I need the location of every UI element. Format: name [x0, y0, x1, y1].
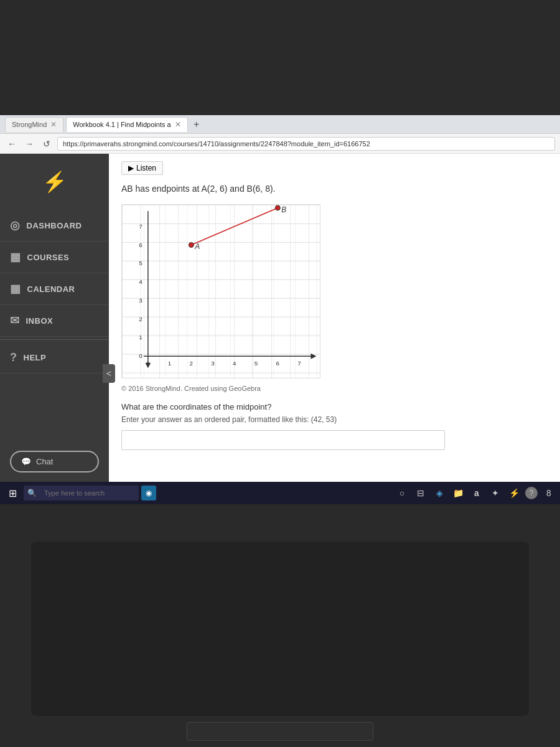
tab-workbook[interactable]: Workbook 4.1 | Find Midpoints a ✕ — [66, 117, 187, 132]
taskbar-edge-icon[interactable]: ◈ — [432, 486, 447, 500]
search-icon: 🔍 — [27, 489, 37, 497]
taskbar-help-circle-icon[interactable]: ? — [525, 487, 538, 499]
chat-button[interactable]: 💬 Chat — [10, 451, 99, 472]
collapse-sidebar-button[interactable]: < — [103, 364, 115, 383]
forward-button[interactable]: → — [22, 137, 36, 151]
refresh-button[interactable]: ↺ — [40, 137, 54, 151]
sidebar-item-label-calendar: CALENDAR — [27, 284, 75, 294]
taskbar-search-input[interactable] — [39, 486, 139, 500]
laptop-keyboard — [31, 542, 529, 716]
svg-text:A: A — [194, 242, 200, 251]
courses-icon: ▦ — [10, 250, 21, 264]
dashboard-icon: ◎ — [10, 218, 21, 232]
browser-window: StrongMind ✕ Workbook 4.1 | Find Midpoin… — [0, 115, 560, 501]
laptop-bezel-top — [0, 0, 560, 115]
main-layout: ⚡ ◎ DASHBOARD ▦ COURSES ▦ CALENDAR ✉ INB… — [0, 154, 560, 489]
sidebar-item-label-dashboard: DASHBOARD — [27, 221, 82, 230]
svg-text:2: 2 — [190, 360, 194, 367]
sidebar-item-label-help: HELP — [24, 353, 47, 362]
svg-text:0: 0 — [146, 360, 150, 367]
svg-text:4: 4 — [139, 278, 142, 285]
svg-text:6: 6 — [139, 242, 142, 248]
tab-workbook-label: Workbook 4.1 | Find Midpoints a — [73, 121, 170, 128]
sidebar-item-dashboard[interactable]: ◎ DASHBOARD — [0, 210, 109, 242]
chat-icon: 💬 — [21, 457, 31, 466]
svg-text:B: B — [281, 205, 286, 214]
svg-text:1: 1 — [139, 334, 142, 341]
svg-text:6: 6 — [276, 360, 280, 367]
inbox-icon: ✉ — [10, 314, 20, 327]
taskbar-circle-icon[interactable]: ○ — [394, 486, 409, 500]
sidebar-item-help[interactable]: ? HELP — [0, 342, 109, 374]
laptop-trackpad — [187, 722, 373, 741]
sidebar: ⚡ ◎ DASHBOARD ▦ COURSES ▦ CALENDAR ✉ INB… — [0, 154, 109, 489]
address-bar-row: ← → ↺ — [0, 134, 560, 154]
play-icon: ▶ — [128, 164, 134, 172]
svg-text:5: 5 — [139, 260, 142, 266]
midpoint-question-text: What are the coordinates of the midpoint… — [121, 402, 548, 411]
svg-text:2: 2 — [139, 316, 142, 322]
tab-close-icon[interactable]: ✕ — [50, 120, 57, 129]
svg-point-20 — [189, 243, 194, 248]
sidebar-item-courses[interactable]: ▦ COURSES — [0, 242, 109, 273]
sidebar-item-calendar[interactable]: ▦ CALENDAR — [0, 273, 109, 305]
copyright-text: © 2016 StrongMind. Created using GeoGebr… — [121, 385, 548, 392]
taskbar-search-area[interactable]: 🔍 — [24, 486, 139, 500]
taskbar-star-icon[interactable]: ✦ — [488, 486, 503, 500]
listen-bar: ▶ Listen — [121, 161, 548, 175]
logo-area: ⚡ — [0, 160, 109, 210]
sidebar-item-inbox[interactable]: ✉ INBOX — [0, 305, 109, 337]
svg-rect-0 — [122, 205, 320, 378]
svg-text:1: 1 — [168, 360, 172, 367]
browser-tab-bar: StrongMind ✕ Workbook 4.1 | Find Midpoin… — [0, 115, 560, 134]
content-area: ▶ Listen AB has endpoints at A(2, 6) and… — [109, 154, 560, 489]
browser-icon: ◉ — [146, 489, 152, 497]
back-button[interactable]: ← — [5, 137, 19, 151]
svg-text:3: 3 — [139, 297, 142, 304]
sidebar-item-label-courses: COURSES — [27, 253, 70, 262]
graph-container: 0 1 2 3 4 5 6 7 0 1 2 3 4 5 6 7 — [121, 204, 320, 378]
start-button[interactable]: ⊞ — [4, 484, 21, 502]
help-icon: ? — [10, 351, 17, 364]
taskbar-display-icon[interactable]: ⊟ — [413, 486, 428, 500]
address-input[interactable] — [57, 137, 555, 151]
calendar-icon: ▦ — [10, 282, 21, 296]
taskbar-system-icons: ○ ⊟ ◈ 📁 a ✦ ⚡ ? 8 — [394, 486, 556, 500]
taskbar-time: 8 — [541, 486, 556, 500]
taskbar-folder-icon[interactable]: 📁 — [450, 486, 465, 500]
svg-text:4: 4 — [233, 360, 236, 367]
coordinate-graph: 0 1 2 3 4 5 6 7 0 1 2 3 4 5 6 7 — [122, 205, 320, 378]
svg-text:7: 7 — [297, 360, 301, 367]
svg-text:7: 7 — [139, 223, 142, 230]
taskbar: ⊞ 🔍 ◉ ○ ⊟ ◈ 📁 a ✦ ⚡ ? 8 — [0, 482, 560, 504]
tab-close-active-icon[interactable]: ✕ — [175, 120, 181, 129]
listen-label: Listen — [136, 164, 156, 172]
taskbar-lightning-icon[interactable]: ⚡ — [506, 486, 521, 500]
sidebar-item-label-inbox: INBOX — [26, 316, 54, 326]
tab-strongmind-label: StrongMind — [12, 121, 47, 128]
question-text: AB has endpoints at A(2, 6) and B(6, 8). — [121, 182, 548, 195]
answer-hint-text: Enter your answer as an ordered pair, fo… — [121, 415, 548, 424]
sidebar-separator — [0, 339, 109, 340]
taskbar-a-icon[interactable]: a — [469, 486, 484, 500]
listen-button[interactable]: ▶ Listen — [121, 161, 163, 175]
tab-strongmind[interactable]: StrongMind ✕ — [5, 117, 63, 132]
answer-input[interactable] — [121, 430, 445, 450]
laptop-bottom — [0, 504, 560, 747]
taskbar-browser-icon[interactable]: ◉ — [141, 486, 156, 500]
chat-label: Chat — [36, 457, 53, 466]
svg-text:0: 0 — [139, 352, 142, 359]
svg-text:5: 5 — [254, 360, 258, 367]
logo-icon: ⚡ — [40, 166, 68, 197]
tab-add-button[interactable]: + — [190, 118, 203, 131]
svg-text:3: 3 — [211, 360, 215, 367]
svg-point-22 — [275, 205, 280, 210]
